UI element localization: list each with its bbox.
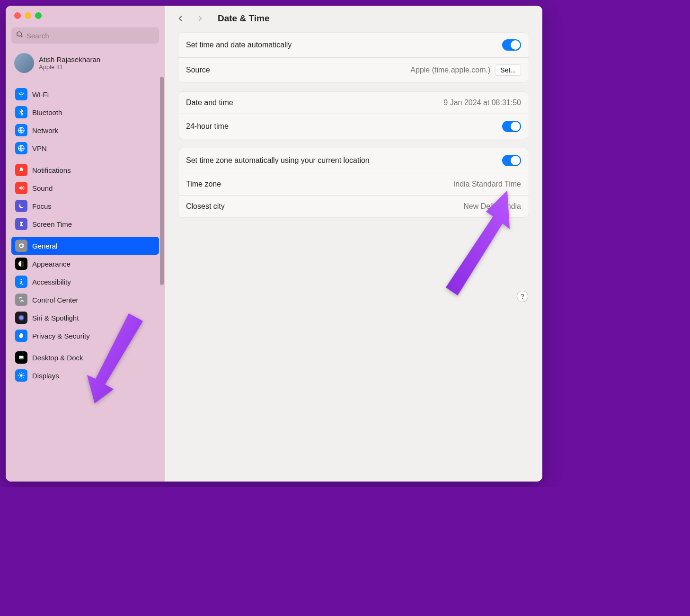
settings-row: Set time and date automatically [178,33,529,58]
row-label: Set time zone automatically using your c… [186,156,370,165]
svg-point-11 [20,374,22,376]
sidebar-item-label: VPN [32,144,47,152]
avatar [14,53,34,73]
bell-icon [15,164,27,176]
settings-panel: Set time zone automatically using your c… [178,148,529,218]
dock-icon [15,351,27,364]
settings-panel: Date and time9 Jan 2024 at 08:31:5024-ho… [178,91,529,139]
sidebar-item-bluetooth[interactable]: Bluetooth [11,103,159,121]
svg-line-1 [21,36,22,37]
hourglass-icon [15,218,27,230]
profile-sub: Apple ID [39,63,100,71]
sidebar-item-focus[interactable]: Focus [11,197,159,215]
row-label: 24-hour time [186,122,229,131]
content-area: Date & Time Set time and date automatica… [165,6,542,482]
row-value: Apple (time.apple.com.) [410,66,490,74]
settings-row: SourceApple (time.apple.com.)Set... [178,58,529,82]
appearance-icon [15,258,27,270]
wifi-icon [15,88,27,100]
sidebar-item-label: Siri & Spotlight [32,314,79,322]
svg-line-17 [23,377,23,377]
svg-line-16 [19,373,19,374]
svg-point-5 [21,279,22,280]
switches-icon [15,294,27,306]
close-window-button[interactable] [14,12,21,19]
sidebar-item-label: Wi-Fi [32,90,49,98]
hand-icon [15,330,27,342]
globe-icon [15,142,27,154]
page-title: Date & Time [218,13,269,24]
settings-panel: Set time and date automaticallySourceApp… [178,32,529,83]
sidebar-item-label: Sound [32,184,53,192]
settings-window: Atish Rajasekharan Apple ID Wi-FiBluetoo… [6,6,542,482]
sidebar-item-vpn[interactable]: VPN [11,139,159,157]
bluetooth-icon [15,106,27,118]
sidebar-item-appearance[interactable]: Appearance [11,255,159,273]
toggle-switch[interactable] [502,39,521,51]
traffic-lights [11,12,159,19]
sidebar-item-label: Notifications [32,166,71,174]
row-label: Time zone [186,180,221,188]
svg-line-19 [23,373,23,374]
sidebar-item-displays[interactable]: Displays [11,366,159,384]
maximize-window-button[interactable] [35,12,42,19]
sidebar-item-network[interactable]: Network [11,121,159,139]
svg-rect-10 [20,358,23,359]
sidebar-item-accessibility[interactable]: Accessibility [11,273,159,291]
sidebar-item-control-center[interactable]: Control Center [11,291,159,309]
sidebar-item-sound[interactable]: Sound [11,179,159,197]
minimize-window-button[interactable] [25,12,31,19]
sidebar-item-label: General [32,242,57,250]
forward-button[interactable] [196,14,204,23]
sidebar-item-notifications[interactable]: Notifications [11,161,159,179]
sidebar: Atish Rajasekharan Apple ID Wi-FiBluetoo… [6,6,165,482]
moon-icon [15,200,27,212]
svg-rect-7 [21,301,24,302]
toggle-switch[interactable] [502,121,521,132]
profile-section[interactable]: Atish Rajasekharan Apple ID [11,50,159,81]
row-label: Closest city [186,202,225,211]
accessibility-icon [15,276,27,288]
sidebar-item-label: Bluetooth [32,108,62,116]
sidebar-item-label: Appearance [32,260,71,268]
search-input[interactable] [27,32,154,40]
row-value: New Delhi - India [463,202,521,211]
sidebar-item-label: Network [32,126,58,134]
settings-row: Closest cityNew Delhi - India [178,196,529,217]
settings-row: Set time zone automatically using your c… [178,148,529,173]
sidebar-item-siri-spotlight[interactable]: Siri & Spotlight [11,309,159,327]
search-icon [16,31,24,40]
row-value: 9 Jan 2024 at 08:31:50 [443,98,521,107]
sidebar-item-label: Privacy & Security [32,332,90,340]
row-label: Date and time [186,98,233,107]
sidebar-item-label: Focus [32,202,52,210]
gear-icon [15,240,27,252]
back-button[interactable] [176,14,185,23]
sidebar-item-label: Displays [32,372,59,380]
row-label: Source [186,66,210,74]
sidebar-item-screen-time[interactable]: Screen Time [11,215,159,233]
settings-row: Date and time9 Jan 2024 at 08:31:50 [178,92,529,114]
row-label: Set time and date automatically [186,41,292,49]
sidebar-item-general[interactable]: General [11,237,159,255]
settings-row: Time zoneIndia Standard Time [178,173,529,196]
sidebar-scrollbar[interactable] [160,77,164,285]
search-box[interactable] [11,27,159,44]
toggle-switch[interactable] [502,155,521,166]
settings-row: 24-hour time [178,114,529,139]
sidebar-item-privacy-security[interactable]: Privacy & Security [11,327,159,345]
sidebar-item-label: Control Center [32,296,79,304]
set-button[interactable]: Set... [495,64,521,76]
profile-name: Atish Rajasekharan [39,55,100,63]
svg-line-18 [19,377,19,377]
brightness-icon [15,369,27,382]
svg-point-0 [17,32,21,36]
sidebar-item-desktop-dock[interactable]: Desktop & Dock [11,348,159,366]
sidebar-item-wi-fi[interactable]: Wi-Fi [11,85,159,103]
sidebar-item-label: Screen Time [32,220,72,228]
svg-point-8 [18,314,24,321]
help-button[interactable]: ? [517,291,528,302]
speaker-icon [15,182,27,194]
row-value: India Standard Time [453,180,521,188]
content-header: Date & Time [165,6,542,29]
